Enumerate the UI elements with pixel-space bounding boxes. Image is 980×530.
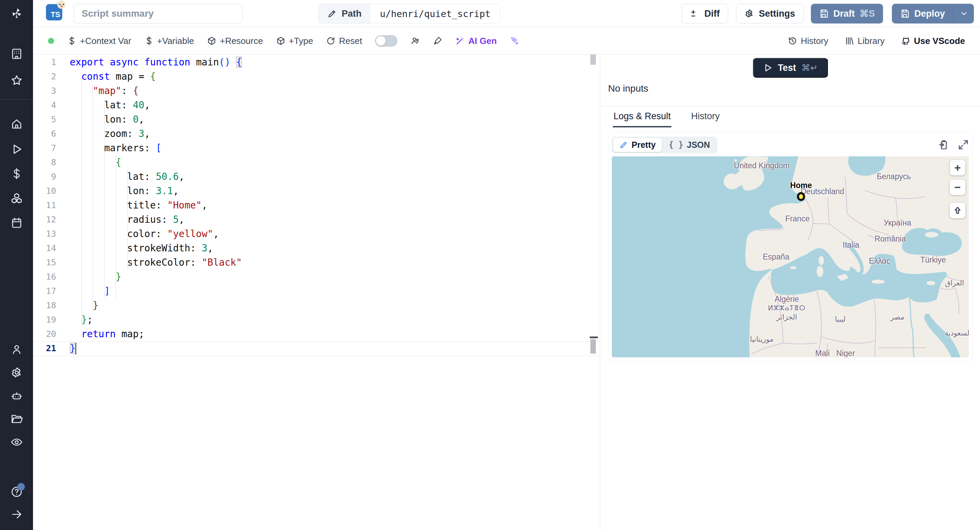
- line-number: 2: [33, 69, 67, 84]
- line-number: 6: [33, 127, 67, 141]
- ai-gen-button[interactable]: AI Gen: [455, 36, 497, 46]
- overview-ruler-marker: [590, 339, 596, 354]
- map-zoom-in-button[interactable]: +: [950, 160, 966, 176]
- code-line[interactable]: radius: 5,: [70, 212, 586, 227]
- code-editor[interactable]: 123456789101112131415161718192021 export…: [33, 54, 600, 530]
- line-number: 4: [33, 98, 67, 112]
- use-vscode-button[interactable]: Use VScode: [901, 36, 965, 46]
- diff-button[interactable]: Diff: [682, 4, 728, 24]
- path-label: Path: [342, 8, 362, 19]
- map-country-label: Mali: [815, 349, 830, 357]
- code-line[interactable]: "map": {: [70, 84, 586, 98]
- favorites-star-icon[interactable]: [10, 73, 24, 87]
- draft-button[interactable]: Draft ⌘S: [811, 4, 883, 24]
- line-number: 3: [33, 84, 67, 98]
- variables-dollar-icon[interactable]: [10, 167, 24, 180]
- tab-history[interactable]: History: [690, 106, 721, 128]
- editor-scrollbar[interactable]: [590, 54, 597, 530]
- help-icon[interactable]: [10, 485, 24, 499]
- test-shortcut: ⌘↵: [801, 63, 818, 73]
- audit-eye-icon[interactable]: [10, 435, 24, 449]
- braces-icon: { }: [669, 140, 683, 150]
- package-icon: [207, 36, 216, 46]
- map-country-label: România: [875, 234, 906, 243]
- code-line[interactable]: return map;: [70, 327, 586, 341]
- home-icon[interactable]: [10, 117, 24, 131]
- tab-logs-result[interactable]: Logs & Result: [613, 106, 671, 128]
- settings-button[interactable]: Settings: [736, 4, 804, 24]
- code-line[interactable]: lat: 40,: [70, 98, 586, 112]
- code-line[interactable]: }: [70, 299, 586, 313]
- no-inputs-text: No inputs: [608, 83, 648, 94]
- add-type-button[interactable]: +Type: [276, 36, 313, 46]
- script-summary-input[interactable]: [74, 4, 243, 24]
- folders-icon[interactable]: [10, 412, 24, 426]
- add-resource-button[interactable]: +Resource: [207, 36, 263, 46]
- line-number: 19: [33, 313, 67, 327]
- copy-result-icon[interactable]: [938, 139, 949, 150]
- schedules-calendar-icon[interactable]: [10, 216, 24, 230]
- multiplayer-icon[interactable]: [410, 36, 420, 46]
- map-country-label: United Kingdom: [734, 161, 790, 170]
- code-line[interactable]: lat: 50.6,: [70, 170, 586, 184]
- code-line[interactable]: const map = {: [70, 69, 586, 84]
- expand-result-icon[interactable]: [958, 139, 969, 150]
- workers-robot-icon[interactable]: [10, 389, 24, 402]
- settings-gear-icon[interactable]: [10, 366, 24, 380]
- line-number: 15: [33, 255, 67, 270]
- json-view-button[interactable]: { } JSON: [662, 138, 716, 152]
- code-line[interactable]: zoom: 3,: [70, 127, 586, 141]
- resources-cubes-icon[interactable]: [10, 192, 24, 205]
- typescript-badge: TS: [46, 4, 62, 21]
- test-button[interactable]: Test ⌘↵: [753, 58, 828, 78]
- format-brush-icon[interactable]: [433, 36, 442, 46]
- code-line[interactable]: lon: 3.1,: [70, 184, 586, 198]
- deploy-button[interactable]: Deploy: [892, 4, 974, 24]
- package-icon: [276, 36, 285, 46]
- dollar-icon: [144, 36, 154, 46]
- code-line[interactable]: }: [70, 270, 586, 284]
- sparkles-icon[interactable]: [510, 36, 519, 46]
- code-line[interactable]: ]: [70, 284, 586, 299]
- expand-sidebar-arrow-icon[interactable]: [10, 508, 24, 521]
- windmill-logo-icon[interactable]: [10, 6, 24, 20]
- code-line[interactable]: markers: [: [70, 141, 586, 155]
- map-marker-label: Home: [790, 181, 812, 190]
- code-line[interactable]: {: [70, 155, 586, 170]
- result-map[interactable]: United KingdomБеларусьDeutschlandFranceУ…: [612, 156, 969, 357]
- map-country-label: Türkiye: [920, 255, 946, 264]
- sidebar-divider: [0, 99, 33, 100]
- map-reset-view-button[interactable]: [950, 203, 966, 218]
- add-variable-button[interactable]: +Variable: [144, 36, 194, 46]
- map-country-label: Ελλάς: [869, 256, 890, 265]
- code-line[interactable]: strokeColor: "Black": [70, 255, 586, 270]
- path-editor[interactable]: Path u/henri/quiet_script: [318, 4, 501, 24]
- code-line[interactable]: lon: 0,: [70, 112, 586, 127]
- map-country-label: ⵍⵣⵣⴰⵢⴻⵔ: [768, 304, 805, 312]
- code-line[interactable]: title: "Home",: [70, 198, 586, 212]
- scrollbar-thumb[interactable]: [590, 54, 596, 65]
- pen-icon: [619, 140, 628, 149]
- pencil-icon: [327, 9, 337, 18]
- library-button[interactable]: Library: [845, 36, 885, 46]
- save-icon: [819, 9, 829, 18]
- code-line[interactable]: color: "yellow",: [70, 227, 586, 241]
- map-marker[interactable]: [797, 192, 805, 201]
- add-context-var-button[interactable]: +Context Var: [67, 36, 131, 46]
- code-line[interactable]: };: [70, 313, 586, 327]
- runs-play-icon[interactable]: [10, 142, 24, 156]
- user-icon[interactable]: [10, 343, 24, 356]
- assistant-toggle[interactable]: [375, 35, 398, 47]
- pretty-view-button[interactable]: Pretty: [613, 138, 662, 152]
- code-line[interactable]: export async function main() {: [70, 55, 586, 69]
- code-line[interactable]: }: [70, 341, 586, 356]
- code-content[interactable]: export async function main() { const map…: [70, 55, 586, 356]
- map-zoom-out-button[interactable]: −: [950, 179, 966, 195]
- line-number: 12: [33, 212, 67, 227]
- workspace-icon[interactable]: [10, 47, 24, 61]
- map-country-label: Niger: [837, 349, 855, 357]
- history-button[interactable]: History: [788, 36, 828, 46]
- deploy-dropdown-button[interactable]: [953, 4, 974, 24]
- reset-button[interactable]: Reset: [326, 36, 362, 46]
- code-line[interactable]: strokeWidth: 3,: [70, 241, 586, 255]
